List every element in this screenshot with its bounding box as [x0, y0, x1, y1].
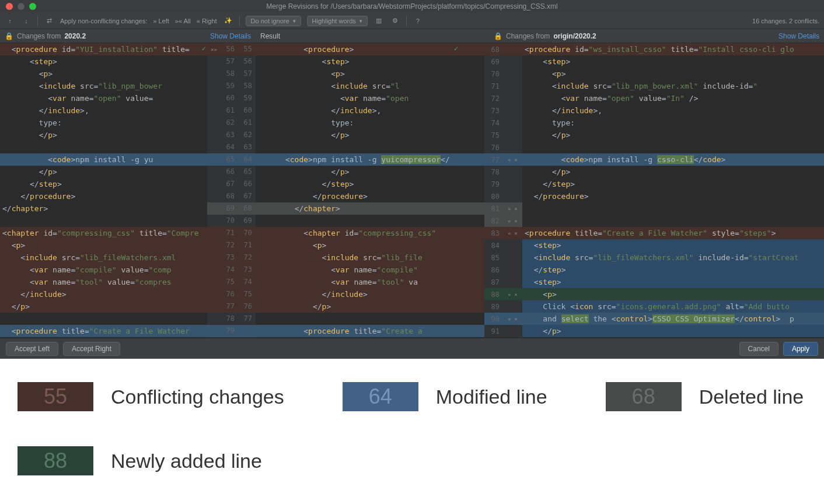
code-line[interactable]: <include src="l — [256, 80, 484, 92]
highlight-dropdown[interactable]: Highlight words — [307, 16, 368, 26]
apply-button[interactable]: Apply — [783, 342, 818, 356]
merge-action-icon[interactable] — [207, 178, 221, 190]
code-line[interactable]: <code>npm install -g yu — [0, 153, 207, 166]
code-line[interactable] — [0, 313, 207, 325]
code-line[interactable] — [0, 141, 207, 153]
cancel-button[interactable]: Cancel — [739, 342, 778, 356]
code-line[interactable]: <var name="compile" value="comp — [0, 264, 207, 276]
magic-wand-icon[interactable]: ✨ — [223, 16, 233, 26]
code-line[interactable]: <var name="open" value= — [0, 92, 207, 104]
layout-icon[interactable]: ▥ — [373, 16, 384, 26]
apply-left-button[interactable]: » Left — [153, 18, 169, 24]
merge-action-icon[interactable]: « × — [503, 157, 522, 163]
merge-action-icon[interactable] — [207, 288, 221, 300]
code-line[interactable]: </procedure> — [522, 190, 824, 202]
code-line[interactable]: <procedure id="ws_install_csso" title="I… — [522, 43, 824, 55]
compare-icon[interactable]: ⇄ — [44, 16, 54, 26]
code-line[interactable]: <chapter id="compressing_css" title="Com… — [0, 227, 207, 239]
code-line[interactable]: and select the <control>CSSO CSS Optimiz… — [522, 313, 824, 325]
merge-action-icon[interactable] — [207, 239, 221, 251]
code-line[interactable]: </chapter> — [0, 202, 207, 215]
merge-action-icon[interactable] — [207, 166, 221, 178]
code-line[interactable]: </include> — [0, 288, 207, 300]
code-line[interactable]: </chapter> — [256, 202, 484, 215]
merge-action-icon[interactable] — [207, 104, 221, 117]
code-line[interactable]: type: — [0, 117, 207, 129]
minimize-window-icon[interactable] — [18, 3, 25, 10]
code-line[interactable]: <include src="lib_npm_bower — [0, 80, 207, 92]
code-line[interactable]: <step> — [522, 276, 824, 288]
code-line[interactable]: <step> — [256, 55, 484, 68]
code-line[interactable]: <var name="open — [256, 92, 484, 104]
code-line[interactable]: <procedure id="YUI_installation" title= — [0, 43, 207, 55]
merge-action-icon[interactable] — [207, 190, 221, 202]
code-line[interactable] — [522, 141, 824, 153]
code-line[interactable] — [522, 202, 824, 215]
code-line[interactable]: <include src="lib_fileWatchers.xml — [0, 251, 207, 264]
code-line[interactable]: </include>, — [522, 104, 824, 117]
code-line[interactable]: <procedure title="Create a File Watcher"… — [522, 227, 824, 239]
merge-action-icon[interactable] — [207, 55, 221, 68]
code-line[interactable]: <p> — [256, 239, 484, 251]
code-line[interactable]: </procedure> — [0, 190, 207, 202]
merge-action-icon[interactable] — [207, 264, 221, 276]
accept-right-button[interactable]: Accept Right — [63, 342, 120, 356]
merge-action-icon[interactable]: « × — [503, 316, 522, 322]
next-change-icon[interactable]: ↓ — [21, 16, 32, 26]
code-line[interactable]: </p> — [256, 300, 484, 313]
code-line[interactable]: <procedure title="Create a — [256, 325, 484, 337]
prev-change-icon[interactable]: ↑ — [5, 16, 15, 26]
accept-left-button[interactable]: Accept Left — [6, 342, 58, 356]
code-line[interactable]: Click <icon src="icons.general.add.png" … — [522, 300, 824, 313]
merge-action-icon[interactable] — [207, 92, 221, 104]
code-line[interactable] — [256, 215, 484, 227]
merge-action-icon[interactable] — [207, 313, 221, 325]
code-line[interactable]: <p> — [0, 68, 207, 80]
code-line[interactable]: </p> — [0, 300, 207, 313]
middle-pane[interactable]: <procedure> <step> <p> <include src="l <… — [256, 43, 484, 338]
code-line[interactable]: </include>, — [256, 104, 484, 117]
show-details-right[interactable]: Show Details — [778, 32, 819, 40]
code-line[interactable]: <step> — [0, 55, 207, 68]
merge-action-icon[interactable] — [207, 276, 221, 288]
merge-action-icon[interactable] — [207, 117, 221, 129]
merge-action-icon[interactable] — [207, 215, 221, 227]
code-line[interactable]: <step> — [522, 55, 824, 68]
merge-action-icon[interactable] — [207, 251, 221, 264]
apply-all-button[interactable]: »« All — [175, 18, 191, 24]
code-line[interactable]: </step> — [522, 264, 824, 276]
code-line[interactable] — [256, 141, 484, 153]
code-line[interactable]: <code>npm install -g csso-cli</code> — [522, 153, 824, 166]
code-line[interactable]: </include>, — [0, 104, 207, 117]
code-line[interactable]: <include src="lib_fileWatchers.xml" incl… — [522, 251, 824, 264]
code-line[interactable]: </include> — [256, 288, 484, 300]
merge-action-icon[interactable]: « × — [503, 292, 522, 298]
code-line[interactable]: <p> — [0, 239, 207, 251]
merge-action-icon[interactable] — [207, 141, 221, 153]
code-line[interactable]: <var name="compile" — [256, 264, 484, 276]
code-line[interactable]: <p> — [522, 68, 824, 80]
merge-action-icon[interactable]: « × — [503, 230, 522, 236]
merge-action-icon[interactable] — [207, 202, 221, 215]
left-pane[interactable]: ✓ <procedure id="YUI_installation" title… — [0, 43, 207, 338]
code-line[interactable]: </p> — [0, 166, 207, 178]
code-line[interactable]: </p> — [256, 166, 484, 178]
code-line[interactable]: </p> — [522, 325, 824, 337]
code-line[interactable]: <include src="lib_file — [256, 251, 484, 264]
code-line[interactable]: <var name="open" value="In" /> — [522, 92, 824, 104]
code-line[interactable]: <code>npm install -g yuicompressor</ — [256, 153, 484, 166]
code-line[interactable]: </step> — [0, 178, 207, 190]
code-line[interactable]: </p> — [522, 129, 824, 141]
gear-icon[interactable]: ⚙ — [390, 16, 400, 26]
code-line[interactable]: </procedure> — [256, 190, 484, 202]
code-line[interactable]: <procedure title="Create a File Watcher — [0, 325, 207, 337]
code-line[interactable]: </p> — [256, 129, 484, 141]
code-line[interactable]: <var name="tool" value="compres — [0, 276, 207, 288]
merge-action-icon[interactable] — [207, 80, 221, 92]
merge-action-icon[interactable] — [207, 129, 221, 141]
ignore-dropdown[interactable]: Do not ignore — [246, 16, 301, 26]
code-line[interactable]: <include src="lib_npm_bower.xml" include… — [522, 80, 824, 92]
show-details-left[interactable]: Show Details — [210, 32, 251, 40]
code-line[interactable]: <p> — [522, 288, 824, 300]
code-line[interactable]: <p> — [256, 68, 484, 80]
